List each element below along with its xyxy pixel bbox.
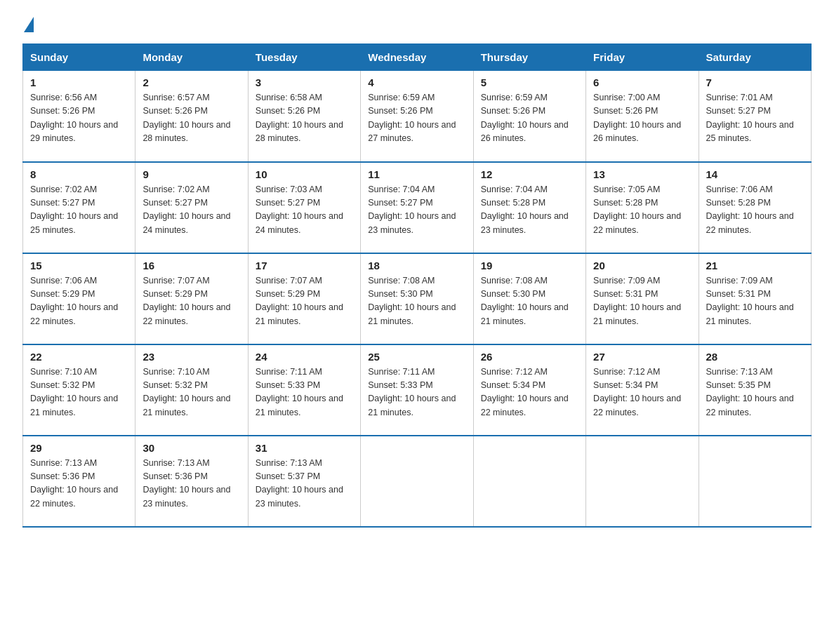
day-info: Sunrise: 7:08 AMSunset: 5:30 PMDaylight:… <box>481 274 578 329</box>
calendar-cell: 25Sunrise: 7:11 AMSunset: 5:33 PMDayligh… <box>361 344 473 436</box>
day-number: 22 <box>30 351 128 363</box>
day-number: 16 <box>143 260 240 271</box>
day-number: 20 <box>593 260 691 271</box>
day-number: 18 <box>368 260 465 271</box>
day-info: Sunrise: 6:58 AMSunset: 5:26 PMDaylight:… <box>256 91 353 146</box>
calendar-cell: 20Sunrise: 7:09 AMSunset: 5:31 PMDayligh… <box>586 253 699 344</box>
calendar-cell: 5Sunrise: 6:59 AMSunset: 5:26 PMDaylight… <box>473 71 585 162</box>
day-number: 14 <box>706 168 804 180</box>
calendar-cell: 9Sunrise: 7:02 AMSunset: 5:27 PMDaylight… <box>135 162 248 253</box>
day-info: Sunrise: 7:03 AMSunset: 5:27 PMDaylight:… <box>256 183 353 238</box>
calendar-table: SundayMondayTuesdayWednesdayThursdayFrid… <box>22 43 812 528</box>
day-number: 2 <box>143 76 240 88</box>
day-info: Sunrise: 7:07 AMSunset: 5:29 PMDaylight:… <box>143 274 240 329</box>
calendar-cell: 15Sunrise: 7:06 AMSunset: 5:29 PMDayligh… <box>23 253 135 344</box>
calendar-cell: 26Sunrise: 7:12 AMSunset: 5:34 PMDayligh… <box>473 344 585 436</box>
day-number: 31 <box>256 442 353 454</box>
page-header <box>22 17 812 31</box>
day-info: Sunrise: 7:08 AMSunset: 5:30 PMDaylight:… <box>368 274 465 329</box>
day-info: Sunrise: 7:12 AMSunset: 5:34 PMDaylight:… <box>481 365 578 420</box>
day-info: Sunrise: 7:06 AMSunset: 5:29 PMDaylight:… <box>30 274 128 329</box>
calendar-header: SundayMondayTuesdayWednesdayThursdayFrid… <box>23 44 812 71</box>
day-number: 11 <box>368 168 465 180</box>
day-number: 19 <box>481 260 578 271</box>
day-number: 1 <box>30 76 128 88</box>
weekday-header-row: SundayMondayTuesdayWednesdayThursdayFrid… <box>23 44 812 71</box>
calendar-cell <box>699 436 811 527</box>
calendar-cell: 21Sunrise: 7:09 AMSunset: 5:31 PMDayligh… <box>699 253 811 344</box>
day-info: Sunrise: 6:59 AMSunset: 5:26 PMDaylight:… <box>481 91 578 146</box>
day-info: Sunrise: 7:02 AMSunset: 5:27 PMDaylight:… <box>143 183 240 238</box>
day-number: 6 <box>593 76 691 88</box>
day-number: 21 <box>706 260 804 271</box>
calendar-cell: 18Sunrise: 7:08 AMSunset: 5:30 PMDayligh… <box>361 253 473 344</box>
calendar-cell: 22Sunrise: 7:10 AMSunset: 5:32 PMDayligh… <box>23 344 135 436</box>
calendar-cell: 4Sunrise: 6:59 AMSunset: 5:26 PMDaylight… <box>361 71 473 162</box>
calendar-cell: 19Sunrise: 7:08 AMSunset: 5:30 PMDayligh… <box>473 253 585 344</box>
day-number: 25 <box>368 351 465 363</box>
day-number: 17 <box>256 260 353 271</box>
calendar-cell: 14Sunrise: 7:06 AMSunset: 5:28 PMDayligh… <box>699 162 811 253</box>
calendar-cell: 30Sunrise: 7:13 AMSunset: 5:36 PMDayligh… <box>135 436 248 527</box>
weekday-header-sunday: Sunday <box>23 44 135 71</box>
day-info: Sunrise: 6:56 AMSunset: 5:26 PMDaylight:… <box>30 91 128 146</box>
day-number: 10 <box>256 168 353 180</box>
calendar-body: 1Sunrise: 6:56 AMSunset: 5:26 PMDaylight… <box>23 71 812 527</box>
weekday-header-thursday: Thursday <box>473 44 585 71</box>
day-info: Sunrise: 7:13 AMSunset: 5:36 PMDaylight:… <box>143 457 240 511</box>
day-number: 24 <box>256 351 353 363</box>
day-info: Sunrise: 7:09 AMSunset: 5:31 PMDaylight:… <box>593 274 691 329</box>
logo <box>22 17 34 31</box>
calendar-cell: 11Sunrise: 7:04 AMSunset: 5:27 PMDayligh… <box>361 162 473 253</box>
calendar-cell: 2Sunrise: 6:57 AMSunset: 5:26 PMDaylight… <box>135 71 248 162</box>
day-number: 3 <box>256 76 353 88</box>
calendar-cell: 3Sunrise: 6:58 AMSunset: 5:26 PMDaylight… <box>248 71 360 162</box>
calendar-cell: 31Sunrise: 7:13 AMSunset: 5:37 PMDayligh… <box>248 436 360 527</box>
day-info: Sunrise: 7:02 AMSunset: 5:27 PMDaylight:… <box>30 183 128 238</box>
day-number: 23 <box>143 351 240 363</box>
calendar-cell: 17Sunrise: 7:07 AMSunset: 5:29 PMDayligh… <box>248 253 360 344</box>
calendar-cell: 29Sunrise: 7:13 AMSunset: 5:36 PMDayligh… <box>23 436 135 527</box>
calendar-cell: 12Sunrise: 7:04 AMSunset: 5:28 PMDayligh… <box>473 162 585 253</box>
day-number: 26 <box>481 351 578 363</box>
day-info: Sunrise: 7:11 AMSunset: 5:33 PMDaylight:… <box>368 365 465 420</box>
day-number: 12 <box>481 168 578 180</box>
day-info: Sunrise: 6:57 AMSunset: 5:26 PMDaylight:… <box>143 91 240 146</box>
calendar-cell: 16Sunrise: 7:07 AMSunset: 5:29 PMDayligh… <box>135 253 248 344</box>
day-info: Sunrise: 7:10 AMSunset: 5:32 PMDaylight:… <box>143 365 240 420</box>
day-info: Sunrise: 7:13 AMSunset: 5:36 PMDaylight:… <box>30 457 128 511</box>
calendar-cell: 24Sunrise: 7:11 AMSunset: 5:33 PMDayligh… <box>248 344 360 436</box>
day-number: 7 <box>706 76 804 88</box>
calendar-cell: 23Sunrise: 7:10 AMSunset: 5:32 PMDayligh… <box>135 344 248 436</box>
week-row-2: 8Sunrise: 7:02 AMSunset: 5:27 PMDaylight… <box>23 162 812 253</box>
week-row-5: 29Sunrise: 7:13 AMSunset: 5:36 PMDayligh… <box>23 436 812 527</box>
calendar-cell: 28Sunrise: 7:13 AMSunset: 5:35 PMDayligh… <box>699 344 811 436</box>
week-row-1: 1Sunrise: 6:56 AMSunset: 5:26 PMDaylight… <box>23 71 812 162</box>
day-number: 8 <box>30 168 128 180</box>
day-info: Sunrise: 7:06 AMSunset: 5:28 PMDaylight:… <box>706 183 804 238</box>
day-number: 9 <box>143 168 240 180</box>
weekday-header-wednesday: Wednesday <box>361 44 473 71</box>
calendar-cell <box>473 436 585 527</box>
day-number: 29 <box>30 442 128 454</box>
weekday-header-saturday: Saturday <box>699 44 811 71</box>
week-row-4: 22Sunrise: 7:10 AMSunset: 5:32 PMDayligh… <box>23 344 812 436</box>
weekday-header-tuesday: Tuesday <box>248 44 360 71</box>
day-number: 27 <box>593 351 691 363</box>
calendar-cell: 7Sunrise: 7:01 AMSunset: 5:27 PMDaylight… <box>699 71 811 162</box>
day-info: Sunrise: 7:05 AMSunset: 5:28 PMDaylight:… <box>593 183 691 238</box>
day-info: Sunrise: 7:09 AMSunset: 5:31 PMDaylight:… <box>706 274 804 329</box>
day-info: Sunrise: 7:01 AMSunset: 5:27 PMDaylight:… <box>706 91 804 146</box>
day-number: 4 <box>368 76 465 88</box>
calendar-cell: 13Sunrise: 7:05 AMSunset: 5:28 PMDayligh… <box>586 162 699 253</box>
calendar-cell: 27Sunrise: 7:12 AMSunset: 5:34 PMDayligh… <box>586 344 699 436</box>
week-row-3: 15Sunrise: 7:06 AMSunset: 5:29 PMDayligh… <box>23 253 812 344</box>
day-info: Sunrise: 7:13 AMSunset: 5:35 PMDaylight:… <box>706 365 804 420</box>
calendar-cell: 8Sunrise: 7:02 AMSunset: 5:27 PMDaylight… <box>23 162 135 253</box>
day-info: Sunrise: 7:10 AMSunset: 5:32 PMDaylight:… <box>30 365 128 420</box>
calendar-cell: 6Sunrise: 7:00 AMSunset: 5:26 PMDaylight… <box>586 71 699 162</box>
day-info: Sunrise: 7:07 AMSunset: 5:29 PMDaylight:… <box>256 274 353 329</box>
logo-triangle-icon <box>24 17 34 32</box>
day-number: 13 <box>593 168 691 180</box>
calendar-cell: 10Sunrise: 7:03 AMSunset: 5:27 PMDayligh… <box>248 162 360 253</box>
